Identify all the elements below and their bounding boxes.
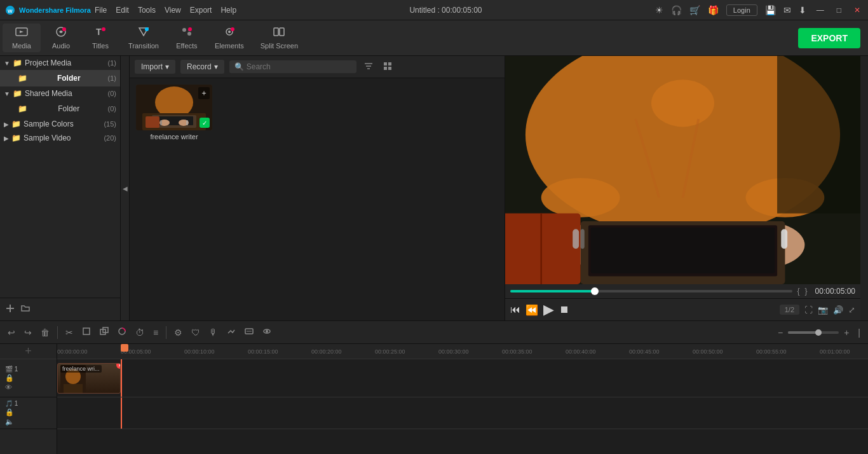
project-media-label: Project Media xyxy=(25,58,108,67)
menu-tools[interactable]: Tools xyxy=(138,6,156,15)
svg-point-60 xyxy=(266,330,268,333)
adjust-button[interactable]: ≡ xyxy=(151,326,161,339)
play-pause-button[interactable]: ▶ xyxy=(543,301,554,318)
cut-button[interactable]: ✂ xyxy=(63,326,76,339)
snap-button[interactable]: | xyxy=(855,326,863,339)
login-button[interactable]: Login xyxy=(726,4,757,16)
grid-view-icon[interactable] xyxy=(381,60,395,74)
zoom-in-button[interactable]: + xyxy=(841,326,851,339)
tab-effects[interactable]: Effects xyxy=(168,24,206,52)
frame-back-button[interactable]: ⏪ xyxy=(526,304,538,316)
menu-export[interactable]: Export xyxy=(190,6,212,15)
add-media-button[interactable] xyxy=(5,303,15,315)
menu-help[interactable]: Help xyxy=(220,6,236,15)
undo-button[interactable]: ↩ xyxy=(5,326,18,339)
settings-button[interactable]: ⚙ xyxy=(172,326,185,339)
expand-icon[interactable]: ⤢ xyxy=(848,305,855,315)
search-box[interactable]: 🔍 xyxy=(229,60,356,73)
delete-button[interactable]: 🗑 xyxy=(38,326,52,339)
add-track-button[interactable]: + xyxy=(25,344,32,361)
video-clip[interactable]: freelance wri... ✕ xyxy=(57,363,121,394)
eye-track-icon[interactable]: 👁 xyxy=(5,383,18,391)
screenshot-icon[interactable]: 📷 xyxy=(818,305,828,315)
sample-video-header[interactable]: ▶ 📁 Sample Video (20) xyxy=(0,131,120,145)
media-icon xyxy=(15,26,28,41)
mic-button[interactable]: 🎙 xyxy=(207,326,220,339)
overlay-button[interactable] xyxy=(97,326,111,339)
shared-folder-icon: 📁 xyxy=(13,89,22,98)
shared-media-header[interactable]: ▼ 📁 Shared Media (0) xyxy=(0,86,120,100)
audio-lock-icon[interactable]: 🔒 xyxy=(5,408,18,416)
eye-button[interactable] xyxy=(260,326,274,339)
sun-icon[interactable]: ☀ xyxy=(655,5,663,15)
color-button[interactable] xyxy=(115,326,129,339)
subtitle-button[interactable] xyxy=(242,326,256,339)
ruler-mark-6: 00:00:30:00 xyxy=(438,348,469,355)
shield-button[interactable]: 🛡 xyxy=(189,326,203,339)
ruler-mark-4: 00:00:20:00 xyxy=(311,348,342,355)
project-media-folder[interactable]: 📁 Folder (1) xyxy=(0,70,120,86)
import-button[interactable]: Import ▾ xyxy=(135,60,175,74)
sample-video-label: Sample Video xyxy=(24,134,104,142)
redo-button[interactable]: ↪ xyxy=(22,326,34,339)
record-label: Record xyxy=(187,62,212,71)
save-icon[interactable]: 💾 xyxy=(765,5,776,15)
shared-media-folder[interactable]: 📁 Folder (0) xyxy=(0,100,120,117)
headphones-icon[interactable]: 🎧 xyxy=(671,5,682,15)
ruler-mark-9: 00:00:45:00 xyxy=(629,348,660,355)
tab-splitscreen[interactable]: Split Screen xyxy=(253,24,306,52)
gift-icon[interactable]: 🎁 xyxy=(708,5,719,15)
lock-icon[interactable]: 🔒 xyxy=(5,374,18,382)
ratio-selector[interactable]: 1/2 xyxy=(780,305,799,315)
record-button[interactable]: Record ▾ xyxy=(180,60,224,74)
stop-button[interactable]: ⏹ xyxy=(559,304,569,315)
download-icon[interactable]: ⬇ xyxy=(799,5,806,15)
progress-bar[interactable] xyxy=(510,290,792,292)
sample-video-count: (20) xyxy=(104,134,116,142)
menu-view[interactable]: View xyxy=(165,6,181,15)
mail-icon[interactable]: ✉ xyxy=(783,5,791,15)
step-back-button[interactable]: ⏮ xyxy=(510,304,520,315)
close-button[interactable]: ✕ xyxy=(851,6,863,15)
search-input[interactable] xyxy=(247,62,351,71)
maximize-button[interactable]: □ xyxy=(834,6,844,15)
fullscreen-icon[interactable]: ⛶ xyxy=(804,305,813,315)
filter-icon[interactable] xyxy=(362,60,376,74)
sample-colors-count: (15) xyxy=(104,120,116,128)
crop-button[interactable] xyxy=(79,326,93,339)
minimize-button[interactable]: — xyxy=(814,6,827,15)
zoom-slider[interactable] xyxy=(788,331,839,334)
timeline-tracks: 00:00:00:00 00:00:05:00 00:00:10:00 00:0… xyxy=(57,344,868,454)
svg-text:T: T xyxy=(96,27,102,37)
tab-elements[interactable]: Elements xyxy=(207,24,252,52)
tab-media[interactable]: Media xyxy=(3,24,41,52)
speed-button[interactable]: ⏱ xyxy=(133,326,147,339)
sample-colors-header[interactable]: ▶ 📁 Sample Colors (15) xyxy=(0,117,120,131)
tab-titles[interactable]: T Titles xyxy=(81,24,119,52)
zoom-out-button[interactable]: − xyxy=(775,326,785,339)
titlebar-left: W Wondershare Filmora File Edit Tools Vi… xyxy=(5,5,236,15)
project-media-toggle: ▼ xyxy=(4,60,10,67)
audio-mute-icon[interactable]: 🔈 xyxy=(5,418,18,426)
tab-elements-label: Elements xyxy=(215,42,244,50)
collapse-panel-button[interactable]: ◀ xyxy=(121,56,130,320)
record-chevron-icon: ▾ xyxy=(214,62,218,71)
new-folder-button[interactable] xyxy=(20,303,31,315)
playhead-audio xyxy=(121,397,122,429)
narration-button[interactable] xyxy=(224,326,238,339)
ruler-mark-11: 00:00:55:00 xyxy=(756,348,787,355)
menu-file[interactable]: File xyxy=(95,6,107,15)
project-media-header[interactable]: ▼ 📁 Project Media (1) xyxy=(0,56,120,70)
volume-icon[interactable]: 🔊 xyxy=(833,305,843,315)
clip-cut-marker[interactable]: ✕ xyxy=(116,363,121,369)
window-title: Untitled : 00:00:05:00 xyxy=(409,6,482,15)
timeline-toolbar: ↩ ↪ 🗑 ✂ ⏱ ≡ ⚙ 🛡 🎙 − xyxy=(0,321,868,344)
shop-icon[interactable]: 🛒 xyxy=(689,5,700,15)
export-button[interactable]: EXPORT xyxy=(798,28,860,48)
menu-edit[interactable]: Edit xyxy=(116,6,129,15)
media-item-freelance-writer[interactable]: ＋ ✓ freelance writer xyxy=(136,85,212,141)
tab-effects-label: Effects xyxy=(176,42,197,50)
tab-titles-label: Titles xyxy=(92,42,109,50)
tab-audio[interactable]: Audio xyxy=(42,24,80,52)
tab-transition[interactable]: Transition xyxy=(121,24,166,52)
